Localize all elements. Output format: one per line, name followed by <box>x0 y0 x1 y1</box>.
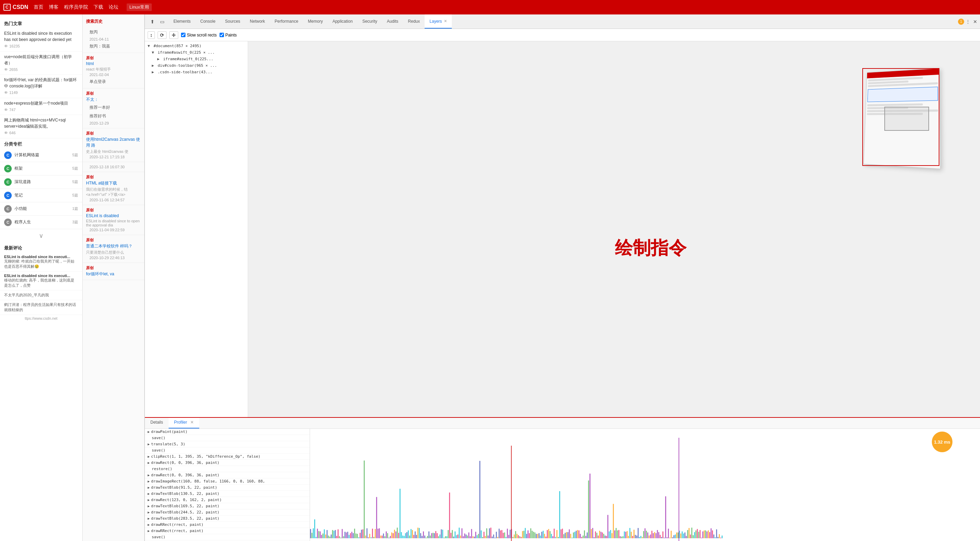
device-toolbar-icon[interactable]: ▭ <box>159 18 166 25</box>
inspect-element-icon[interactable]: ⬆ <box>149 18 156 25</box>
list-item[interactable]: ▶ drawTextBlob(91.5, 22, paint) <box>145 485 310 491</box>
list-item[interactable]: ▶ drawRect(0, 0, 396, 36, paint) <box>145 472 310 478</box>
profiler-bar <box>544 534 545 538</box>
slow-scroll-rects-checkbox[interactable] <box>181 33 186 37</box>
tab-redux[interactable]: Redux <box>403 14 425 29</box>
list-item[interactable]: C 框架 5篇 <box>0 162 82 175</box>
tab-elements[interactable]: Elements <box>169 14 196 29</box>
profiler-bar <box>702 531 703 538</box>
article-views: 👁646 <box>4 130 78 136</box>
list-item[interactable]: C 程序人生 3篇 <box>0 216 82 229</box>
list-item[interactable]: ▶ drawRRect(rrect, paint) <box>145 528 310 534</box>
nav-download[interactable]: 下载 <box>94 4 103 10</box>
list-item[interactable]: ▶ drawTextBlob(283.5, 22, paint) <box>145 516 310 522</box>
profiler-bar <box>384 536 385 538</box>
profiler-bar <box>592 528 593 538</box>
list-item[interactable]: ▶ iframe#aswift_0(225... <box>145 56 248 62</box>
article-title: 普通二本学校软件 样吗？ <box>86 243 141 249</box>
list-item[interactable]: ▼ #document(857 × 2495) <box>145 43 248 49</box>
tab-profiler[interactable]: Profiler ✕ <box>169 418 199 428</box>
profiler-bar <box>566 532 567 538</box>
history-item: 敖丙 <box>86 28 141 37</box>
profiler-bar <box>520 537 522 538</box>
rotate-tool-icon[interactable]: ⟳ <box>158 31 167 39</box>
profiler-bar <box>530 528 531 538</box>
nav-blog[interactable]: 博客 <box>49 4 59 10</box>
tab-performance[interactable]: Performance <box>270 14 303 29</box>
tab-sources[interactable]: Sources <box>220 14 245 29</box>
list-item[interactable]: C 计算机网络篇 5篇 <box>0 149 82 162</box>
list-item[interactable]: ▶ div#csdn-toolbar(965 × ... <box>145 62 248 69</box>
nav-forum[interactable]: 论坛 <box>109 4 118 10</box>
profiler-bar <box>358 537 359 538</box>
profiler-bar <box>588 481 589 538</box>
list-item[interactable]: ▶ drawRect(123, 0, 162, 2, paint) <box>145 497 310 503</box>
profiler-bar <box>354 528 355 538</box>
article-block[interactable]: 原创 for循环中let, va <box>83 263 144 280</box>
list-item[interactable]: ▶ drawRRect(rrect, paint) <box>145 522 310 528</box>
list-item[interactable]: restore() <box>145 466 310 472</box>
list-item[interactable]: ▶ drawRect(0, 0, 396, 36, paint) <box>145 460 310 466</box>
list-item[interactable]: ▶ drawTextBlob(244.5, 22, paint) <box>145 509 310 516</box>
list-item[interactable]: for循环中let, var 的经典面试题：for循环中 console.log… <box>0 75 82 98</box>
list-item[interactable]: 网上购物商城 html+css+MVC+sql server+idea编辑器实现… <box>0 115 82 138</box>
profiler-bar <box>477 535 477 538</box>
list-item[interactable]: save() <box>145 534 310 540</box>
nav-home[interactable]: 首页 <box>34 4 43 10</box>
tab-security[interactable]: Security <box>358 14 382 29</box>
show-more-icon[interactable]: ∨ <box>0 229 82 242</box>
pan-tool-icon[interactable]: ↕ <box>148 31 155 39</box>
tab-layers[interactable]: Layers ✕ <box>425 14 452 29</box>
tab-console[interactable]: Console <box>196 14 220 29</box>
profiler-tab-close-icon[interactable]: ✕ <box>190 420 194 425</box>
article-block[interactable]: 原创 HTML a链接下载 我们在做需求的时候，结 <a href="url" … <box>83 172 144 205</box>
history-date: 2020-12-18 16:07:30 <box>86 164 141 170</box>
list-item[interactable]: C 深坑道路 5篇 <box>0 175 82 189</box>
article-block[interactable]: 敖丙 2021-04-11 敖丙：我嘉 <box>83 26 144 53</box>
list-item[interactable]: ▶ clipRect(1, 1, 395, 35, "kDifference_O… <box>145 453 310 460</box>
more-tabs-icon[interactable]: ⋮ <box>964 18 972 25</box>
tab-memory[interactable]: Memory <box>303 14 328 29</box>
article-block[interactable]: 原创 普通二本学校软件 样吗？ 只要清楚自己想要什么 2020-10-29 22… <box>83 235 144 263</box>
article-meta: ESLint is disabled since to open the app… <box>86 219 141 227</box>
list-item[interactable]: save() <box>145 435 310 441</box>
nav-academy[interactable]: 程序员学院 <box>64 4 88 10</box>
list-item[interactable]: ▶ drawTextBlob(169.5, 22, paint) <box>145 503 310 509</box>
slow-scroll-rects-label[interactable]: Slow scroll rects <box>181 33 217 38</box>
list-item[interactable]: node+express创建第一个node项目 👁747 <box>0 98 82 115</box>
profiler-bar <box>716 529 717 538</box>
list-item[interactable]: ▶ drawImageRect(160, 88, false, 1166, 0,… <box>145 478 310 485</box>
article-block[interactable]: 原创 html react 年报招手 2021-02-04 单点登录 <box>83 53 144 88</box>
list-item[interactable]: ▶ translate(5, 3) <box>145 441 310 447</box>
move-tool-icon[interactable]: ✛ <box>169 31 178 39</box>
paints-label[interactable]: Paints <box>220 33 237 38</box>
profiler-bar <box>442 530 443 538</box>
list-item[interactable]: ▶ .csdn-side-toolbar(43... <box>145 69 248 75</box>
article-block[interactable]: 2020-12-18 16:07:30 <box>83 162 144 172</box>
profiler-bar <box>372 528 373 538</box>
tab-audits[interactable]: Audits <box>382 14 403 29</box>
profiler-bar <box>551 534 552 538</box>
article-meta: 我们在做需求的时候，结 <box>86 187 141 192</box>
close-devtools-icon[interactable]: ✕ <box>972 18 978 25</box>
list-item[interactable]: ▶ drawTextBlob(130.5, 22, paint) <box>145 491 310 497</box>
article-block[interactable]: 原创 不太： 推荐一本好 推荐好书 2020-12-29 <box>83 88 144 128</box>
list-item[interactable]: ▼ iframe#aswift_0(225 × ... <box>145 49 248 56</box>
profiler-bar <box>711 528 711 538</box>
list-item[interactable]: vue+node前后端分离接口调用（初学者） 👁2655 <box>0 52 82 75</box>
tab-layers-close-icon[interactable]: ✕ <box>444 19 447 24</box>
profiler-bar <box>698 532 699 538</box>
article-block[interactable]: 原创 使用html2Canvas 2canvas 使用 路 史上最全 html2… <box>83 128 144 162</box>
tab-application[interactable]: Application <box>328 14 358 29</box>
tab-details[interactable]: Details <box>145 418 169 428</box>
list-item[interactable]: C 笔记 5篇 <box>0 189 82 202</box>
paints-checkbox[interactable] <box>220 33 224 37</box>
list-item[interactable]: save() <box>145 447 310 453</box>
list-item[interactable]: C 小功能 1篇 <box>0 202 82 216</box>
article-block[interactable]: 原创 ESLint is disabled ESLint is disabled… <box>83 205 144 235</box>
list-item[interactable]: ESLint is disabled since its execution h… <box>0 28 82 52</box>
list-item[interactable]: ▶ drawPaint(paint) <box>145 429 310 435</box>
tab-network[interactable]: Network <box>245 14 270 29</box>
profiler-bar <box>435 531 436 538</box>
layer-visualization[interactable]: 绘制指令 <box>248 41 980 417</box>
